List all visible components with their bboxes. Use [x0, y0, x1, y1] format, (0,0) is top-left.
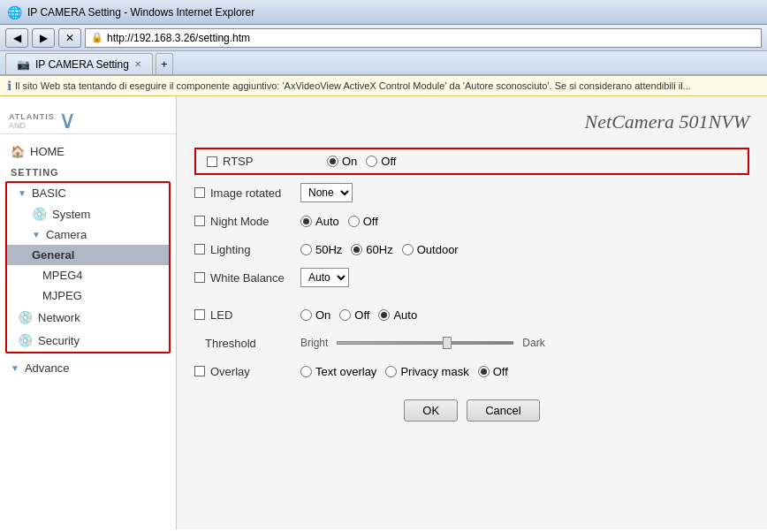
new-tab-button[interactable]: +: [156, 53, 173, 74]
white-balance-select[interactable]: Auto: [300, 268, 349, 287]
nav-camera[interactable]: ▼ Camera: [7, 224, 169, 245]
threshold-bright-label: Bright: [300, 337, 328, 349]
rtsp-off-label: Off: [381, 155, 396, 168]
lighting-checkbox[interactable]: [194, 244, 205, 255]
lighting-50hz-group: 50Hz: [300, 243, 342, 256]
night-mode-label: Night Mode: [194, 215, 300, 228]
logo-sub: AND: [9, 121, 55, 130]
info-icon: ℹ: [7, 79, 11, 93]
browser-toolbar: ◀ ▶ ✕ 🔒 http://192.168.3.26/setting.htm: [0, 25, 767, 51]
overlay-checkbox[interactable]: [194, 366, 205, 376]
title-bar: 🌐 IP CAMERA Setting - Windows Internet E…: [0, 0, 767, 25]
rtsp-on-label: On: [342, 155, 357, 168]
threshold-row: Threshold Bright Dark: [194, 332, 749, 353]
image-rotated-controls: None: [300, 183, 353, 202]
led-on-radio[interactable]: [300, 309, 312, 321]
nav-general[interactable]: General: [7, 245, 169, 265]
nav-security[interactable]: 💿 Security: [7, 329, 169, 352]
page-header: NetCamera 501NVW: [194, 110, 749, 133]
lighting-50hz-radio[interactable]: [300, 244, 312, 255]
browser-tab[interactable]: 📷 IP CAMERA Setting ✕: [5, 53, 153, 74]
network-disk-icon: 💿: [18, 310, 33, 324]
rtsp-box: RTSP On Off: [194, 148, 749, 175]
back-button[interactable]: ◀: [5, 28, 28, 48]
home-icon: 🏠: [11, 145, 25, 158]
lighting-50hz-label: 50Hz: [315, 243, 342, 256]
night-off-radio[interactable]: [348, 216, 360, 227]
threshold-slider[interactable]: [337, 336, 513, 350]
overlay-text-group: Text overlay: [300, 365, 376, 378]
address-bar[interactable]: 🔒 http://192.168.3.26/setting.htm: [85, 28, 762, 48]
general-label: General: [32, 248, 74, 262]
rtsp-off-radio[interactable]: [366, 156, 377, 167]
nav-mjpeg[interactable]: MJPEG: [7, 285, 169, 306]
info-message: Il sito Web sta tentando di eseguire il …: [15, 80, 691, 91]
lighting-row: Lighting 50Hz 60Hz Outdoor: [194, 239, 749, 260]
rtsp-checkbox[interactable]: [207, 156, 217, 167]
slider-handle[interactable]: [443, 337, 452, 349]
nav-advance[interactable]: ▼ Advance: [0, 357, 176, 379]
led-checkbox[interactable]: [194, 309, 205, 320]
night-mode-controls: Auto Off: [300, 215, 378, 228]
nav-network[interactable]: 💿 Network: [7, 306, 169, 329]
setting-label: SETTING: [0, 163, 176, 179]
overlay-text-radio[interactable]: [300, 366, 312, 377]
nav-home[interactable]: 🏠 HOME: [0, 140, 176, 163]
advance-label: Advance: [25, 361, 70, 375]
white-balance-label: White Balance: [194, 271, 300, 285]
security-label: Security: [38, 334, 80, 347]
rtsp-label: RTSP: [207, 155, 313, 168]
home-label: HOME: [30, 145, 65, 158]
lighting-outdoor-radio[interactable]: [402, 244, 414, 255]
led-auto-radio[interactable]: [378, 309, 390, 321]
image-rotated-row: Image rotated None: [194, 182, 749, 203]
nav-basic[interactable]: ▼ BASIC: [7, 183, 169, 203]
network-label: Network: [38, 311, 80, 324]
ok-button[interactable]: OK: [404, 399, 458, 422]
system-label: System: [52, 208, 90, 221]
led-off-radio[interactable]: [339, 309, 351, 321]
overlay-row: Overlay Text overlay Privacy mask Off: [194, 361, 749, 382]
basic-arrow-icon: ▼: [18, 188, 27, 198]
night-auto-radio[interactable]: [300, 216, 312, 227]
image-rotated-checkbox[interactable]: [194, 187, 205, 198]
stop-button[interactable]: ✕: [58, 28, 81, 48]
nav-mpeg4[interactable]: MPEG4: [7, 265, 169, 285]
logo-brand: ATLANTIS AND: [9, 112, 55, 130]
image-rotated-select[interactable]: None: [300, 183, 353, 202]
led-on-group: On: [300, 308, 330, 322]
forward-button[interactable]: ▶: [32, 28, 55, 48]
main-layout: ATLANTIS AND ∨ 🏠 HOME SETTING ▼ BASIC 💿 …: [0, 96, 767, 529]
slider-track: [337, 341, 513, 345]
overlay-off-radio[interactable]: [478, 366, 490, 377]
security-disk-icon: 💿: [18, 333, 33, 347]
overlay-privacy-group: Privacy mask: [385, 365, 468, 378]
led-label: LED: [194, 308, 300, 322]
lighting-60hz-label: 60Hz: [366, 243, 392, 256]
logo-area: ATLANTIS AND ∨: [0, 103, 176, 134]
lighting-outdoor-group: Outdoor: [402, 243, 459, 256]
window-title: IP CAMERA Setting - Windows Internet Exp…: [27, 6, 254, 19]
advance-arrow-icon: ▼: [11, 363, 19, 373]
threshold-dark-label: Dark: [522, 337, 544, 349]
rtsp-off-group: Off: [366, 155, 396, 168]
rtsp-on-group: On: [327, 155, 357, 168]
night-off-group: Off: [348, 215, 378, 228]
threshold-controls: Bright Dark: [300, 336, 545, 350]
rtsp-on-radio[interactable]: [327, 156, 338, 167]
overlay-privacy-radio[interactable]: [385, 366, 397, 377]
white-balance-row: White Balance Auto: [194, 267, 749, 288]
lighting-60hz-radio[interactable]: [351, 244, 362, 255]
image-rotated-label: Image rotated: [194, 186, 300, 200]
tab-close-icon[interactable]: ✕: [134, 59, 141, 69]
white-balance-checkbox[interactable]: [194, 272, 205, 283]
night-off-label: Off: [363, 215, 378, 228]
overlay-off-group: Off: [478, 365, 508, 378]
night-auto-group: Auto: [300, 215, 339, 228]
led-off-group: Off: [339, 308, 369, 322]
lighting-label: Lighting: [194, 243, 300, 256]
night-mode-checkbox[interactable]: [194, 216, 205, 226]
tab-icon: 📷: [17, 58, 30, 71]
nav-system[interactable]: 💿 System: [7, 203, 169, 224]
cancel-button[interactable]: Cancel: [467, 399, 539, 422]
